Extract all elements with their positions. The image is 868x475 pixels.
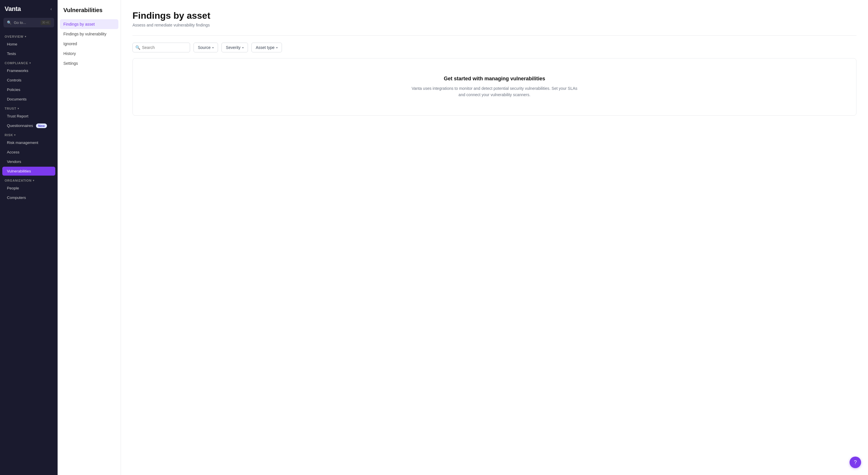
source-filter-label: Source <box>198 45 211 50</box>
empty-state-card: Get started with managing vulnerabilitie… <box>132 58 857 116</box>
subnav-item-findings-by-vulnerability[interactable]: Findings by vulnerability <box>58 29 121 39</box>
subnav-title: Vulnerabilities <box>58 7 121 19</box>
asset-type-chevron-icon: ▾ <box>276 46 278 49</box>
nav-section-trust: TRUST ▾ <box>0 104 58 112</box>
page-title: Findings by asset <box>132 10 857 21</box>
subnav-panel: Vulnerabilities Findings by asset Findin… <box>58 0 121 475</box>
collapse-button[interactable]: ‹ <box>49 5 53 12</box>
trust-arrow-icon: ▾ <box>18 107 19 110</box>
asset-type-filter-label: Asset type <box>256 45 275 50</box>
nav-section-compliance: COMPLIANCE ▾ <box>0 58 58 66</box>
search-shortcut: ⌘+K <box>41 20 51 25</box>
risk-arrow-icon: ▾ <box>14 134 16 136</box>
sidebar-item-frameworks[interactable]: Frameworks <box>2 66 55 75</box>
sidebar-item-vendors[interactable]: Vendors <box>2 157 55 166</box>
sidebar-item-home[interactable]: Home <box>2 40 55 49</box>
sidebar-item-policies[interactable]: Policies <box>2 85 55 94</box>
search-icon: 🔍 <box>7 21 11 25</box>
compliance-arrow-icon: ▾ <box>29 62 31 64</box>
sidebar-item-computers[interactable]: Computers <box>2 193 55 202</box>
sidebar-header: Vanta ‹ <box>0 0 58 18</box>
sidebar-item-access[interactable]: Access <box>2 148 55 157</box>
sidebar-item-risk-management[interactable]: Risk management <box>2 138 55 147</box>
subnav-item-settings[interactable]: Settings <box>58 58 121 68</box>
sidebar-item-vulnerabilities[interactable]: Vulnerabilities <box>2 167 55 176</box>
asset-type-filter-button[interactable]: Asset type ▾ <box>251 42 282 53</box>
organization-arrow-icon: ▾ <box>33 179 35 182</box>
nav-section-organization: ORGANIZATION ▾ <box>0 176 58 183</box>
severity-filter-label: Severity <box>226 45 241 50</box>
severity-filter-button[interactable]: Severity ▾ <box>221 42 248 53</box>
nav-section-overview: OVERVIEW ▾ <box>0 32 58 39</box>
empty-state-description: Vanta uses integrations to monitor and d… <box>408 85 581 98</box>
divider <box>132 35 857 36</box>
source-filter-button[interactable]: Source ▾ <box>193 42 218 53</box>
subnav-item-ignored[interactable]: Ignored <box>58 39 121 49</box>
subnav-item-history[interactable]: History <box>58 49 121 58</box>
sidebar-item-people[interactable]: People <box>2 184 55 193</box>
sidebar-item-trust-report[interactable]: Trust Report <box>2 112 55 121</box>
questionnaires-badge: New <box>36 124 47 128</box>
search-icon: 🔍 <box>135 45 140 50</box>
page-subtitle: Assess and remediate vulnerability findi… <box>132 23 857 27</box>
toolbar: 🔍 Source ▾ Severity ▾ Asset type ▾ <box>132 42 857 53</box>
main-content: Findings by asset Assess and remediate v… <box>121 0 868 475</box>
sidebar-item-documents[interactable]: Documents <box>2 95 55 104</box>
source-chevron-icon: ▾ <box>212 46 214 49</box>
logo: Vanta <box>5 5 21 13</box>
global-search-button[interactable]: 🔍 Go to... ⌘+K <box>3 18 54 27</box>
empty-state-title: Get started with managing vulnerabilitie… <box>144 76 845 82</box>
severity-chevron-icon: ▾ <box>242 46 244 49</box>
sidebar: Vanta ‹ 🔍 Go to... ⌘+K OVERVIEW ▾ Home T… <box>0 0 58 475</box>
nav-section-risk: RISK ▾ <box>0 130 58 138</box>
help-button[interactable]: ? <box>849 456 861 468</box>
search-label: Go to... <box>14 21 26 25</box>
sidebar-item-tests[interactable]: Tests <box>2 49 55 58</box>
overview-arrow-icon: ▾ <box>25 35 27 38</box>
search-input[interactable] <box>132 42 190 53</box>
sidebar-item-questionnaires[interactable]: Questionnaires New <box>2 121 55 130</box>
sidebar-item-controls[interactable]: Controls <box>2 76 55 85</box>
search-wrapper: 🔍 <box>132 42 190 53</box>
subnav-item-findings-by-asset[interactable]: Findings by asset <box>60 19 118 29</box>
